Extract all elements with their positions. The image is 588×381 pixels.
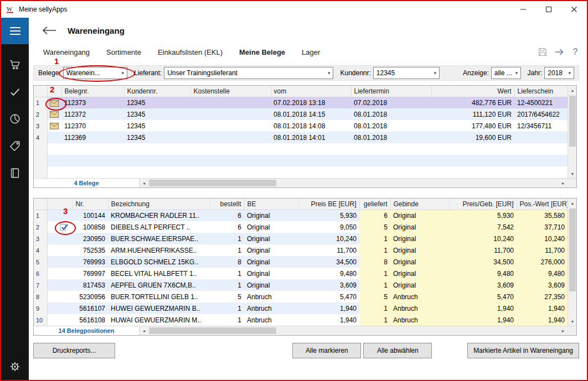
cell-pos_wert: 1,940 <box>517 314 568 326</box>
belege-label: Belege: <box>38 69 61 77</box>
position-row[interactable]: 6769997BECEL VITAL HALBFETT 1..1Original… <box>34 268 568 279</box>
cell-belegnr: 112372 <box>61 108 124 120</box>
settings-button[interactable] <box>8 360 22 373</box>
sidebar-item-tasks[interactable] <box>8 85 22 98</box>
position-row[interactable]: 2 100858DIEBELS ALT PERFECT ..6Original9… <box>34 221 568 233</box>
alle-abwaehlen-button[interactable]: Alle abwählen <box>363 343 432 358</box>
position-row[interactable]: 7817453AEPFEL GRUEN 7X6CM,B..1Original3,… <box>34 279 568 291</box>
sidebar-item-statistics[interactable] <box>8 112 22 126</box>
cell-be: Anbruch <box>244 302 298 314</box>
position-row[interactable]: 1100144KROMBACHER RADLER 11..6Original5,… <box>34 210 568 221</box>
cell-pos_wert: 27,350 <box>517 291 568 302</box>
column-header-pos-wert[interactable]: Pos.-Wert [EUR] <box>517 199 568 210</box>
close-button[interactable] <box>561 1 587 18</box>
beleg-row[interactable]: 2 1123721234508.01.2018 14:1508.01.20181… <box>34 108 568 120</box>
column-header-bestellt[interactable]: bestellt <box>210 199 244 210</box>
cell-preis_geb: 11,700 <box>449 244 517 256</box>
cell-bestellt: 6 <box>210 221 244 233</box>
scroll-right-icon[interactable]: ► <box>559 179 568 187</box>
help-icon[interactable]: ? <box>572 47 578 57</box>
kundennr-dropdown[interactable]: 12345▾ <box>373 67 440 79</box>
column-header-liefertermin[interactable]: Liefertermin <box>351 86 431 97</box>
druckreports-button[interactable]: Druckreports... <box>33 343 115 358</box>
cell-gebinde: Anbruch <box>390 291 449 302</box>
anzeige-dropdown[interactable]: alle ...▾ <box>491 67 521 79</box>
sidebar-item-catalog[interactable] <box>8 166 22 180</box>
cell-preis_be: 5,930 <box>298 210 359 221</box>
column-header-be[interactable]: BE <box>244 199 298 210</box>
column-header-vom[interactable]: vom <box>271 86 351 97</box>
scroll-left-icon[interactable]: ◄ <box>140 326 148 335</box>
column-header-wert[interactable]: Wert <box>431 86 514 97</box>
positionen-horizontal-scrollbar[interactable]: ◄ ► <box>139 326 568 335</box>
position-row[interactable]: 105616108HUWAI GEWUERZMARIN M..1Anbruch1… <box>34 314 568 326</box>
belege-vertical-scrollbar[interactable]: ▲ ▼ <box>568 86 576 178</box>
belege-dropdown[interactable]: Warenein...▾ <box>63 67 127 79</box>
position-row[interactable]: 4752535ARM.HUEHNERFRIKASSE..1Original11,… <box>34 244 568 256</box>
scroll-left-icon[interactable]: ◄ <box>140 179 148 187</box>
positionen-vertical-scrollbar[interactable]: ▲ ▼ <box>568 199 576 326</box>
beleg-row[interactable]: 41123691234508.01.2018 14:0108.01.201819… <box>34 132 568 143</box>
cell-kundennr <box>124 155 190 166</box>
column-header-geliefert[interactable]: geliefert <box>359 199 390 210</box>
cell-num: 6 <box>34 268 47 279</box>
save-icon[interactable] <box>538 48 547 56</box>
scroll-up-icon[interactable]: ▲ <box>568 199 577 207</box>
jahr-dropdown[interactable]: 2018▾ <box>544 67 574 79</box>
cell-wert <box>431 155 514 166</box>
cell-num: 2 <box>34 108 47 120</box>
tab-lager[interactable]: Lager <box>302 48 320 56</box>
position-row[interactable]: 3230950BUER.SCHWAE.EIERSPAE..1Original10… <box>34 233 568 244</box>
scrollbar-thumb[interactable] <box>569 208 576 291</box>
scroll-down-icon[interactable]: ▼ <box>568 169 577 178</box>
cell-preis_be: 11,700 <box>298 244 359 256</box>
tab-wareneingang[interactable]: Wareneingang <box>43 48 90 56</box>
minimize-button[interactable] <box>510 1 536 18</box>
cell-preis_geb: 1,940 <box>449 314 517 326</box>
cell-kostenstelle <box>190 166 271 178</box>
back-button[interactable] <box>41 26 58 35</box>
scrollbar-thumb[interactable] <box>149 327 276 334</box>
beleg-row[interactable]: 3 1123701234508.01.2018 14:0808.01.20181… <box>34 120 568 132</box>
column-header-kundennr[interactable]: Kundennr. <box>124 86 190 97</box>
cell-kundennr <box>124 166 190 178</box>
beleg-row <box>34 155 568 166</box>
column-header-preis-geb[interactable]: Preis/Geb. [EUR] <box>449 199 517 210</box>
back-arrow-icon <box>42 26 56 35</box>
column-header-kostenstelle[interactable]: Kostenstelle <box>190 86 271 97</box>
column-header-belegnr[interactable]: Belegnr. <box>61 86 124 97</box>
forward-arrow-icon[interactable] <box>555 48 565 56</box>
scroll-down-icon[interactable]: ▼ <box>568 317 577 326</box>
cell-bestellt: 1 <box>210 268 244 279</box>
sidebar-item-prices[interactable] <box>8 139 22 153</box>
column-header-preis-be[interactable]: Preis BE [EUR] <box>298 199 359 210</box>
tab-einkaufslisten[interactable]: Einkaufslisten (EKL) <box>158 48 223 56</box>
column-header-nr[interactable]: Nr. <box>73 199 108 210</box>
belege-horizontal-scrollbar[interactable]: ◄ ► <box>139 179 568 187</box>
tab-sortimente[interactable]: Sortimente <box>106 48 141 56</box>
beleg-row[interactable]: 1 1123731234507.02.2018 13:1807.02.20184… <box>34 97 568 108</box>
scroll-right-icon[interactable]: ► <box>559 326 568 335</box>
column-header-lieferschein[interactable]: Lieferschein <box>514 86 568 97</box>
maximize-button[interactable] <box>536 1 561 18</box>
tag-icon <box>9 140 21 152</box>
cell-num: 3 <box>34 120 47 132</box>
alle-markieren-button[interactable]: Alle markieren <box>292 343 361 358</box>
position-row[interactable]: 85230956BUER.TORTELLINI GELB 1..5Anbruch… <box>34 291 568 302</box>
lieferant-dropdown[interactable]: Unser Trainingslieferant▾ <box>164 67 333 79</box>
column-header-gebinde[interactable]: Gebinde <box>390 199 449 210</box>
belege-table: Belegnr. Kundennr. Kostenstelle vom Lief… <box>34 86 568 178</box>
scrollbar-thumb[interactable] <box>149 180 276 186</box>
markierte-artikel-button[interactable]: Markierte Artikel in Wareneingang <box>467 343 579 358</box>
sidebar-item-cart[interactable] <box>8 58 22 71</box>
scrollbar-thumb[interactable] <box>569 96 576 147</box>
position-row[interactable]: 5769993ELBGOLD SCHMELZ 15KG..8Original34… <box>34 256 568 268</box>
cell-lieferschein <box>514 143 568 155</box>
cell-kostenstelle <box>190 97 271 108</box>
tab-meine-belege[interactable]: Meine Belege <box>239 48 285 56</box>
column-header-bezeichnung[interactable]: Bezeichnung <box>108 199 210 210</box>
menu-button[interactable] <box>1 18 29 44</box>
scroll-up-icon[interactable]: ▲ <box>568 86 577 95</box>
cell-preis_geb: 3,609 <box>449 279 517 291</box>
position-row[interactable]: 95616107HUWEI GEWUERZMARIN B..1Anbruch1,… <box>34 302 568 314</box>
